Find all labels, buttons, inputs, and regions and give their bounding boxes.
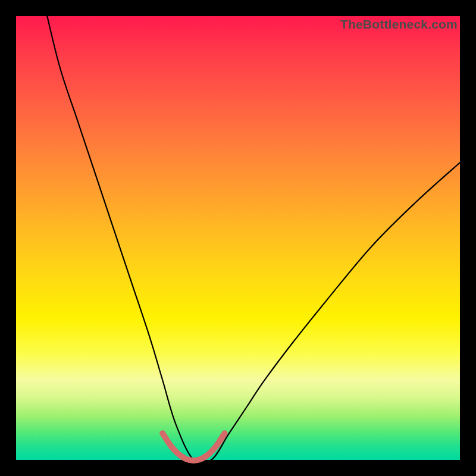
chart-frame: TheBottleneck.com [0,0,476,476]
curve-layer [16,16,460,460]
bottleneck-curve [47,16,460,464]
plot-area: TheBottleneck.com [16,16,460,460]
